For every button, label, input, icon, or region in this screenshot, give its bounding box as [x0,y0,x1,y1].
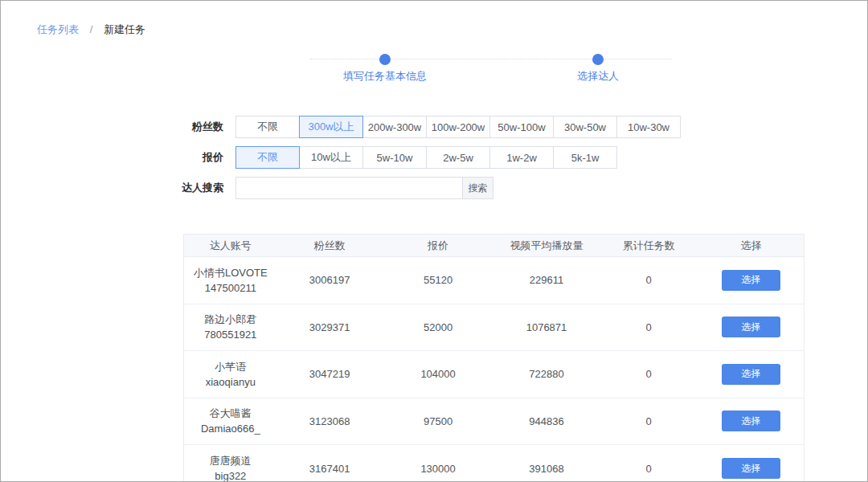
quote-cell: 104000 [383,368,494,380]
talent-handle: Damiao666_ [184,421,277,436]
select-cell: 选择 [698,364,804,385]
talent-search-box: 搜索 [235,177,493,199]
talent-handle: 147500211 [184,280,277,296]
breadcrumb-current-page: 新建任务 [104,23,145,35]
filter-row-fans: 粉丝数 不限300w以上200w-300w100w-200w50w-100w30… [1,116,868,138]
column-header-1: 粉丝数 [277,239,383,253]
table-header-row: 达人账号粉丝数报价视频平均播放量累计任务数选择 [184,235,804,257]
select-cell: 选择 [698,317,804,337]
quote-cell: 52000 [383,321,494,333]
fans-filter-option-6[interactable]: 10w-30w [616,116,681,138]
quote-filter-label: 报价 [1,146,223,169]
task-count-cell: 0 [600,274,698,286]
table-row: 谷大喵酱Damiao666_3123068975009448360选择 [184,398,804,446]
breadcrumb-separator: / [90,23,93,35]
talent-search-label: 达人搜索 [1,177,223,199]
fans-filter-group: 不限300w以上200w-300w100w-200w50w-100w30w-50… [235,116,681,138]
fans-filter-option-5[interactable]: 30w-50w [553,116,617,138]
quote-filter-option-0[interactable]: 不限 [235,146,300,169]
talent-handle: xiaoqianyu [184,374,277,390]
quote-filter-option-3[interactable]: 2w-5w [426,146,490,169]
task-count-cell: 0 [600,368,698,380]
fans-filter-option-1[interactable]: 300w以上 [299,116,363,138]
talent-table: 达人账号粉丝数报价视频平均播放量累计任务数选择 小情书LOVOTE1475002… [183,234,805,482]
quote-cell: 130000 [383,463,494,475]
task-count-cell: 0 [600,463,698,475]
search-button[interactable]: 搜索 [462,177,493,199]
fans-count-cell: 3029371 [277,321,383,333]
fans-filter-option-2[interactable]: 200w-300w [362,116,427,138]
select-talent-button[interactable]: 选择 [722,317,780,337]
talent-name: 小情书LOVOTE [184,265,277,280]
talent-account-cell: 小情书LOVOTE147500211 [184,265,277,296]
select-talent-button[interactable]: 选择 [722,270,780,291]
talent-name: 路边小郎君 [184,312,277,327]
task-count-cell: 0 [600,321,698,333]
talent-account-cell: 谷大喵酱Damiao666_ [184,406,277,436]
column-header-3: 视频平均播放量 [493,239,599,253]
step-label: 选择达人 [534,69,662,84]
step-dot-icon [592,54,604,65]
table-row: 路边小郎君78055192130293715200010768710选择 [184,304,804,352]
column-header-2: 报价 [383,239,494,253]
avg-views-cell: 722880 [493,368,599,380]
quote-filter-option-2[interactable]: 5w-10w [362,146,427,169]
select-talent-button[interactable]: 选择 [722,411,780,431]
column-header-0: 达人账号 [184,239,277,253]
breadcrumb-task-list-link[interactable]: 任务列表 [37,23,79,35]
filter-row-quote: 报价 不限10w以上5w-10w2w-5w1w-2w5k-1w [1,146,868,169]
step-dot-icon [379,54,391,65]
column-header-4: 累计任务数 [600,239,698,253]
fans-count-cell: 3006197 [277,274,383,286]
fans-filter-option-4[interactable]: 50w-100w [489,116,554,138]
avg-views-cell: 944836 [493,415,599,427]
quote-cell: 55120 [383,274,494,286]
stepper-step-basic-info: 填写任务基本信息 [321,53,449,84]
column-header-5: 选择 [698,239,804,253]
talent-handle: big322 [184,468,277,482]
talent-account-cell: 路边小郎君780551921 [184,312,277,342]
talent-name: 谷大喵酱 [184,406,277,421]
select-cell: 选择 [698,270,804,291]
fans-count-cell: 3167401 [277,463,383,475]
table-row: 小芊语xiaoqianyu30472191040007228800选择 [184,351,804,398]
quote-filter-option-4[interactable]: 1w-2w [489,146,554,169]
talent-name: 唐唐频道 [184,453,277,468]
quote-filter-group: 不限10w以上5w-10w2w-5w1w-2w5k-1w [235,146,617,169]
fans-filter-option-0[interactable]: 不限 [235,116,300,138]
select-talent-button[interactable]: 选择 [722,364,780,385]
talent-account-cell: 小芊语xiaoqianyu [184,359,277,390]
table-row: 唐唐频道big32231674011300003910680选择 [184,445,804,482]
avg-views-cell: 229611 [493,274,599,286]
quote-filter-option-5[interactable]: 5k-1w [553,146,617,169]
talent-search-input[interactable] [235,177,463,199]
stepper-step-select-talent: 选择达人 [534,53,662,84]
talent-name: 小芊语 [184,359,277,374]
select-cell: 选择 [698,411,804,431]
filter-panel: 粉丝数 不限300w以上200w-300w100w-200w50w-100w30… [1,116,868,207]
fans-count-cell: 3123068 [277,415,383,427]
filter-row-search: 达人搜索 搜索 [1,177,868,199]
avg-views-cell: 1076871 [493,321,599,333]
table-body: 小情书LOVOTE1475002113006197551202296110选择路… [184,257,804,482]
quote-filter-option-1[interactable]: 10w以上 [299,146,363,169]
fans-filter-label: 粉丝数 [1,116,223,138]
breadcrumb: 任务列表 / 新建任务 [37,22,145,37]
stepper: 填写任务基本信息 选择达人 [310,53,672,85]
new-task-page: 任务列表 / 新建任务 填写任务基本信息 选择达人 粉丝数 不限300w以上20… [0,0,868,482]
talent-account-cell: 唐唐频道big322 [184,453,277,482]
select-talent-button[interactable]: 选择 [722,458,780,479]
select-cell: 选择 [698,458,804,479]
fans-count-cell: 3047219 [277,368,383,380]
task-count-cell: 0 [600,415,698,427]
avg-views-cell: 391068 [493,463,599,475]
table-row: 小情书LOVOTE1475002113006197551202296110选择 [184,257,804,304]
quote-cell: 97500 [383,415,494,427]
talent-handle: 780551921 [184,327,277,342]
step-label: 填写任务基本信息 [321,69,449,84]
fans-filter-option-3[interactable]: 100w-200w [426,116,490,138]
